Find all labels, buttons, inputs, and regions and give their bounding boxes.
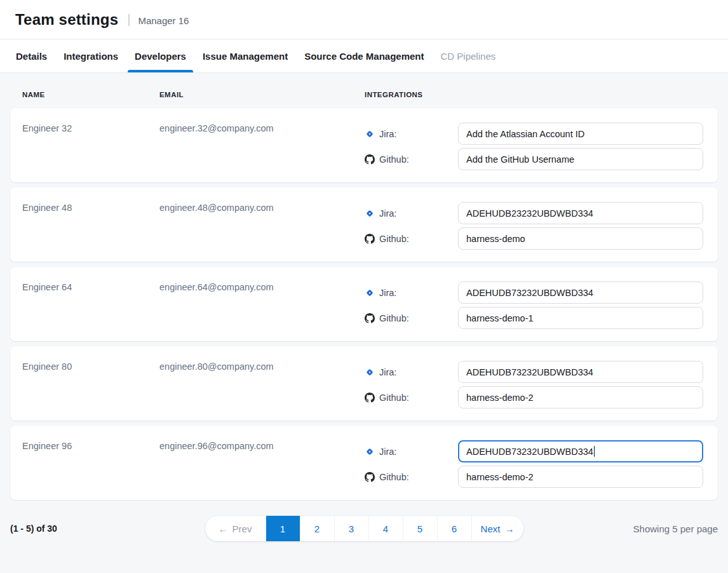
github-field-label: Github: [365,313,458,323]
tab-source-code-management[interactable]: Source Code Management [296,39,432,72]
page-button-4[interactable]: 4 [368,516,403,541]
jira-icon [365,208,375,219]
next-arrow-icon: → [504,523,514,534]
github-icon [365,234,375,244]
column-header-integrations: INTEGRATIONS [365,91,718,98]
page-button-6[interactable]: 6 [437,516,471,541]
pagination-controls: ← Prev 1 2 3 4 5 6 Next → [205,516,523,541]
github-icon [365,472,375,482]
github-username-input[interactable]: Add the GitHub Username [458,148,703,170]
table-row: Engineer 64 engineer.64@company.com Jira… [10,267,718,341]
pagination-bar: (1 - 5) of 30 ← Prev 1 2 3 4 5 6 Next → … [10,516,718,541]
title-separator: | [127,12,130,27]
github-username-input[interactable]: harness-demo-2 [458,386,703,408]
jira-field-label: Jira: [365,208,458,219]
github-username-input[interactable]: harness-demo [458,227,703,250]
jira-field-label: Jira: [365,447,458,457]
table-row: Engineer 96 engineer.96@company.com Jira… [10,426,718,500]
developer-name: Engineer 96 [22,426,159,500]
developers-panel: NAME EMAIL INTEGRATIONS Engineer 32 engi… [0,73,728,541]
jira-account-input[interactable]: ADEHUDB73232UBDWBD334 [458,281,703,304]
tab-developers[interactable]: Developers [126,39,194,72]
github-field-label: Github: [365,154,458,165]
developer-name: Engineer 48 [22,187,159,262]
jira-account-input[interactable]: ADEHUDB73232UBDWBD334 [458,361,703,383]
jira-account-input[interactable]: Add the Atlassian Account ID [458,123,703,145]
jira-field-label: Jira: [365,288,458,298]
page-button-5[interactable]: 5 [403,516,437,541]
developer-email: engineer.96@company.com [159,426,365,500]
page-button-3[interactable]: 3 [334,516,368,541]
jira-field-label: Jira: [365,367,458,377]
github-username-input[interactable]: harness-demo-2 [458,466,703,488]
page-subtitle: Manager 16 [138,13,189,26]
developer-name: Engineer 64 [22,267,159,341]
jira-icon [365,129,375,139]
github-icon [365,393,375,403]
tab-issue-management[interactable]: Issue Management [194,39,296,72]
prev-page-button[interactable]: ← Prev [205,516,266,541]
developer-email: engineer.32@company.com [159,108,365,182]
table-header: NAME EMAIL INTEGRATIONS [10,73,718,108]
jira-account-input-focused[interactable]: ADEHUDB73232UBDWBD334 [458,440,703,462]
table-row: Engineer 48 engineer.48@company.com Jira… [10,187,718,262]
prev-arrow-icon: ← [219,523,228,534]
next-page-button[interactable]: Next → [471,516,523,541]
column-header-email: EMAIL [159,91,365,98]
github-field-label: Github: [365,472,458,482]
table-row: Engineer 80 engineer.80@company.com Jira… [10,346,718,421]
tab-details[interactable]: Details [8,39,55,72]
developer-email: engineer.64@company.com [159,267,365,341]
page-title: Team settings [15,11,118,29]
github-field-label: Github: [365,393,458,403]
tab-bar: Details Integrations Developers Issue Ma… [0,39,728,73]
developer-name: Engineer 32 [22,108,159,182]
github-field-label: Github: [365,234,458,244]
github-icon [365,313,375,323]
per-page-text: Showing 5 per page [572,523,718,534]
column-header-name: NAME [22,91,159,98]
pagination-range-text: (1 - 5) of 30 [10,523,156,534]
developer-name: Engineer 80 [22,346,159,421]
jira-icon [365,367,375,377]
table-row: Engineer 32 engineer.32@company.com Jira… [10,108,718,182]
jira-icon [365,447,375,457]
jira-field-label: Jira: [365,129,458,139]
jira-icon [365,288,375,298]
developer-email: engineer.48@company.com [159,187,365,262]
github-username-input[interactable]: harness-demo-1 [458,307,703,329]
tab-cd-pipelines: CD Pipelines [433,39,504,72]
jira-account-input[interactable]: ADEHUDB23232UBDWBD334 [458,202,703,224]
tab-integrations[interactable]: Integrations [55,39,126,72]
github-icon [365,154,375,165]
developer-email: engineer.80@company.com [159,346,365,421]
page-header: Team settings | Manager 16 [0,0,728,39]
page-button-1[interactable]: 1 [266,516,300,541]
page-button-2[interactable]: 2 [300,516,334,541]
